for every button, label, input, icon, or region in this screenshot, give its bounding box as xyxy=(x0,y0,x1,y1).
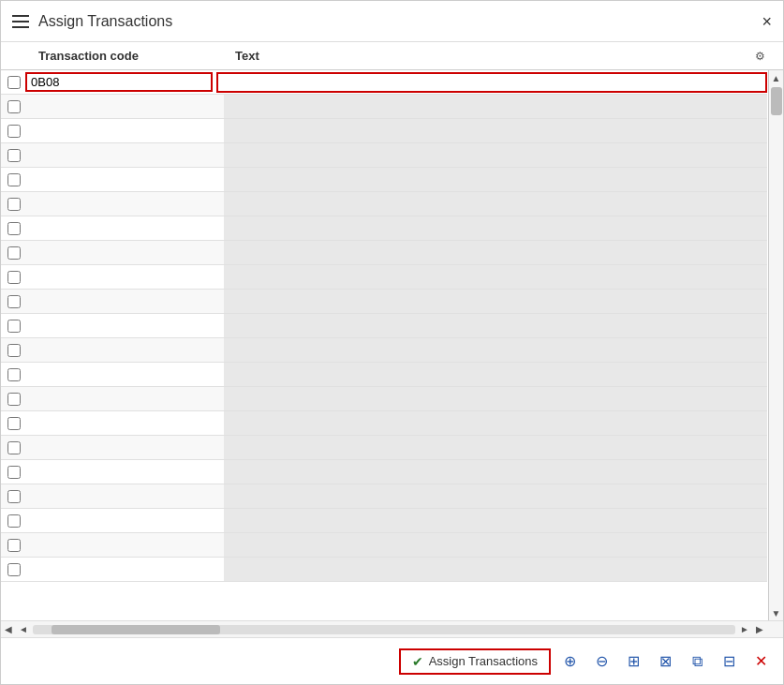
remove-button[interactable]: ⊖ xyxy=(588,648,614,675)
table-body: 0B08 xyxy=(1,70,783,620)
scroll-up-button[interactable]: ▲ xyxy=(769,70,784,85)
row-text-cell xyxy=(224,265,767,289)
row-text-cell xyxy=(224,143,767,167)
row-checkbox[interactable] xyxy=(5,100,23,113)
column-header-code: Transaction code xyxy=(38,49,235,63)
row-text-cell xyxy=(224,314,767,337)
row-checkbox[interactable] xyxy=(5,490,23,503)
row-code-cell-active[interactable]: 0B08 xyxy=(25,72,213,92)
hamburger-menu[interactable] xyxy=(12,15,29,28)
row-checkbox[interactable] xyxy=(5,368,23,381)
table-row xyxy=(1,484,767,509)
row-checkbox[interactable] xyxy=(5,246,23,260)
assign-button-label: Assign Transactions xyxy=(429,654,538,668)
row-checkbox[interactable] xyxy=(5,539,23,552)
row-checkbox[interactable] xyxy=(5,198,23,211)
row-text-input-active[interactable] xyxy=(216,72,767,93)
row-checkbox[interactable] xyxy=(5,173,23,186)
row-checkbox[interactable] xyxy=(5,466,23,479)
horizontal-scrollbar: ◀ ◄ ► ▶ xyxy=(1,620,783,637)
table-header: Transaction code Text xyxy=(1,42,783,70)
table-scroll-area: 0B08 xyxy=(1,70,783,637)
footer-close-icon: ✕ xyxy=(755,652,767,670)
row-checkbox[interactable] xyxy=(5,393,23,406)
row-text-cell xyxy=(224,119,767,142)
row-text-cell xyxy=(224,460,767,484)
table-container: Transaction code Text ⚙ 0B08 xyxy=(1,42,783,637)
table-row xyxy=(1,363,767,387)
table-row xyxy=(1,119,767,143)
scroll-thumb-h[interactable] xyxy=(52,625,220,634)
table-row xyxy=(1,265,767,290)
row-text-cell xyxy=(224,95,767,118)
row-text-cell xyxy=(224,533,767,557)
scroll-thumb[interactable] xyxy=(771,87,782,115)
row-text-cell xyxy=(224,411,767,435)
column-header-text: Text xyxy=(235,49,767,63)
table-row: 0B08 xyxy=(1,70,767,95)
scroll-left-end-button[interactable]: ◀ xyxy=(1,622,16,637)
row-text-cell xyxy=(224,558,767,581)
footer-bar: ✔ Assign Transactions ⊕ ⊖ ⊞ ⊠ ⧉ ⊟ ✕ xyxy=(1,637,783,684)
table-row xyxy=(1,143,767,168)
scroll-track xyxy=(33,625,735,634)
paste-button[interactable]: ⊟ xyxy=(716,648,742,675)
paste-icon: ⊟ xyxy=(723,652,735,670)
footer-close-button[interactable]: ✕ xyxy=(747,648,774,675)
add-icon: ⊕ xyxy=(564,652,576,670)
table-row xyxy=(1,314,767,338)
main-window: Assign Transactions × Transaction code T… xyxy=(0,0,784,685)
window-close-button[interactable]: × xyxy=(762,13,772,30)
table-row xyxy=(1,216,767,241)
table-row xyxy=(1,533,767,558)
scroll-right-button[interactable]: ► xyxy=(737,622,752,637)
copy-button[interactable]: ⧉ xyxy=(684,648,710,675)
deselect-icon: ⊠ xyxy=(659,652,672,670)
row-checkbox[interactable] xyxy=(5,222,23,235)
scroll-down-button[interactable]: ▼ xyxy=(769,605,784,620)
select-all-button[interactable]: ⊞ xyxy=(620,648,646,675)
row-text-cell xyxy=(224,509,767,532)
deselect-button[interactable]: ⊠ xyxy=(652,648,678,675)
table-row xyxy=(1,192,767,216)
row-text-cell xyxy=(224,290,767,313)
copy-icon: ⧉ xyxy=(692,653,703,670)
row-checkbox[interactable] xyxy=(5,417,23,430)
scroll-right-end-button[interactable]: ▶ xyxy=(752,622,767,637)
row-checkbox[interactable] xyxy=(5,271,23,284)
row-checkbox[interactable] xyxy=(5,563,23,576)
row-checkbox[interactable] xyxy=(5,295,23,308)
vertical-scrollbar: ▲ ▼ xyxy=(768,70,783,620)
row-text-cell xyxy=(224,216,767,240)
table-row xyxy=(1,338,767,363)
remove-icon: ⊖ xyxy=(596,652,608,670)
window-title: Assign Transactions xyxy=(38,13,172,30)
row-text-cell xyxy=(224,168,767,191)
row-checkbox[interactable] xyxy=(5,76,23,89)
scroll-left-button[interactable]: ◄ xyxy=(16,622,31,637)
row-checkbox[interactable] xyxy=(5,149,23,162)
row-checkbox[interactable] xyxy=(5,320,23,333)
row-text-cell xyxy=(224,338,767,362)
title-bar: Assign Transactions × xyxy=(1,1,783,42)
row-text-cell xyxy=(224,192,767,216)
table-row xyxy=(1,168,767,192)
row-text-cell xyxy=(224,484,767,508)
row-checkbox[interactable] xyxy=(5,514,23,528)
add-button[interactable]: ⊕ xyxy=(556,648,583,675)
table-row xyxy=(1,558,767,582)
table-row xyxy=(1,290,767,314)
table-row xyxy=(1,509,767,533)
row-text-cell xyxy=(224,387,767,410)
row-text-cell xyxy=(224,436,767,459)
title-bar-left: Assign Transactions xyxy=(12,13,172,30)
table-row xyxy=(1,460,767,484)
table-row xyxy=(1,95,767,119)
table-settings-icon[interactable]: ⚙ xyxy=(752,42,767,70)
table-row xyxy=(1,436,767,460)
assign-transactions-button[interactable]: ✔ Assign Transactions xyxy=(399,648,551,675)
row-checkbox[interactable] xyxy=(5,344,23,357)
table-row xyxy=(1,411,767,436)
row-checkbox[interactable] xyxy=(5,441,23,454)
row-checkbox[interactable] xyxy=(5,125,23,138)
